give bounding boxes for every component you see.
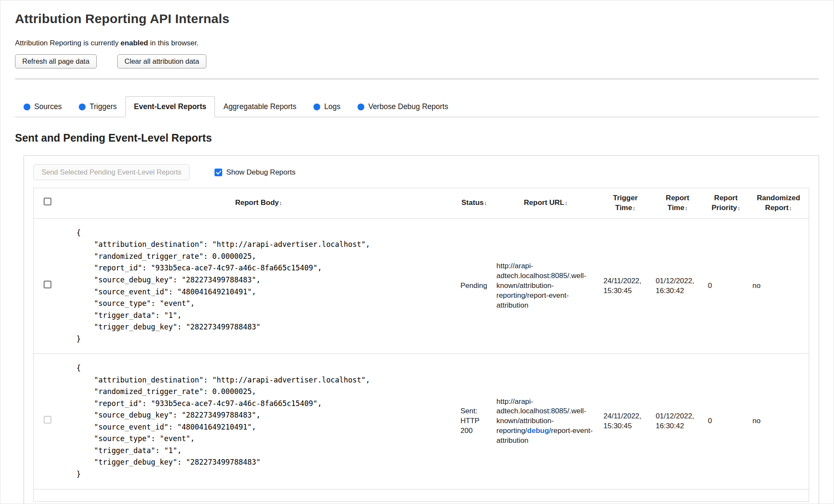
select-all-checkbox[interactable] — [44, 198, 51, 205]
tab-label: Logs — [324, 102, 340, 111]
header-report-time[interactable]: Report Time↕ — [652, 188, 704, 219]
report-time-cell: 01/12/2022, 16:30:42 — [652, 218, 704, 353]
section-heading: Sent and Pending Event-Level Reports — [15, 132, 819, 144]
report-priority-cell: 0 — [704, 354, 748, 489]
row-select-cell — [34, 218, 61, 353]
report-url-text: http://arapi-adtech.localhost:8085/.well… — [497, 262, 587, 309]
tab-event-level-reports[interactable]: Event-Level Reports — [125, 96, 215, 117]
report-body-cell: { "attribution_destination": "http://ara… — [61, 354, 456, 489]
sort-icon: ↕ — [685, 205, 688, 211]
tab-sources[interactable]: Sources — [15, 96, 70, 117]
status-text-suffix: in this browser. — [148, 39, 199, 47]
show-debug-reports-toggle[interactable]: Show Debug Reports — [214, 168, 296, 177]
send-selected-reports-button[interactable]: Send Selected Pending Event-Level Report… — [33, 164, 190, 180]
table-footer-strip — [34, 489, 809, 501]
sort-icon: ↕ — [789, 205, 792, 211]
logs-active-dot-icon — [313, 104, 320, 110]
report-url-cell: http://arapi-adtech.localhost:8085/.well… — [492, 218, 599, 353]
tab-label: Aggregatable Reports — [223, 102, 296, 111]
tab-triggers[interactable]: Triggers — [70, 96, 125, 117]
header-report-priority[interactable]: Report Priority↕ — [704, 188, 748, 219]
randomized-report-cell: no — [748, 354, 809, 489]
refresh-all-button[interactable]: Refresh all page data — [15, 54, 97, 68]
header-status[interactable]: Status↕ — [456, 188, 492, 219]
show-debug-label: Show Debug Reports — [226, 168, 296, 177]
status-enabled: enabled — [121, 39, 148, 47]
row-select-checkbox[interactable] — [44, 281, 51, 288]
status-cell: Pending — [456, 218, 492, 353]
row-select-cell — [34, 354, 61, 489]
report-body-json: { "attribution_destination": "http://ara… — [77, 362, 452, 480]
reports-table: Report Body↕ Status↕ Report URL↕ Trigger… — [33, 188, 809, 502]
randomized-report-cell: no — [748, 218, 809, 353]
panel-toolbar: Send Selected Pending Event-Level Report… — [33, 164, 809, 180]
sort-icon: ↕ — [738, 205, 741, 211]
tab-verbose-debug-reports[interactable]: Verbose Debug Reports — [349, 96, 457, 117]
report-body-cell: { "attribution_destination": "http://ara… — [61, 218, 456, 353]
tab-label: Triggers — [89, 102, 117, 111]
main: Attribution Reporting API Internals Attr… — [0, 0, 834, 504]
trigger-time-cell: 24/11/2022, 15:30:45 — [599, 354, 652, 489]
status-cell: Sent: HTTP 200 — [456, 354, 492, 489]
header-trigger-time[interactable]: Trigger Time↕ — [599, 188, 652, 219]
debug-link[interactable]: debug — [527, 427, 549, 435]
report-url-cell: http://arapi-adtech.localhost:8085/.well… — [492, 354, 599, 489]
page-title: Attribution Reporting API Internals — [15, 12, 819, 26]
reports-panel: Send Selected Pending Event-Level Report… — [24, 155, 819, 504]
row-select-checkbox-disabled — [44, 416, 51, 424]
sort-icon: ↕ — [632, 205, 635, 211]
tab-label: Event-Level Reports — [134, 102, 206, 111]
tab-label: Verbose Debug Reports — [368, 102, 448, 111]
verbose-debug-active-dot-icon — [357, 104, 364, 110]
show-debug-checkbox[interactable] — [214, 169, 222, 176]
tab-logs[interactable]: Logs — [305, 96, 349, 117]
divider — [15, 79, 819, 79]
status-text-prefix: Attribution Reporting is currently — [15, 39, 121, 47]
report-body-json: { "attribution_destination": "http://ara… — [77, 227, 452, 345]
sort-icon: ↕ — [565, 200, 568, 206]
header-report-url[interactable]: Report URL↕ — [492, 188, 599, 219]
trigger-time-cell: 24/11/2022, 15:30:45 — [599, 218, 652, 353]
sort-icon: ↕ — [279, 200, 282, 206]
sources-active-dot-icon — [24, 104, 30, 110]
status-line: Attribution Reporting is currently enabl… — [15, 39, 819, 47]
report-priority-cell: 0 — [704, 218, 748, 353]
clear-all-button[interactable]: Clear all attribution data — [117, 54, 206, 68]
report-time-cell: 01/12/2022, 16:30:42 — [652, 354, 704, 489]
header-report-body[interactable]: Report Body↕ — [61, 188, 456, 219]
triggers-active-dot-icon — [79, 104, 86, 110]
report-row: { "attribution_destination": "http://ara… — [34, 354, 809, 489]
header-randomized-report[interactable]: Randomized Report↕ — [748, 188, 809, 219]
sort-icon: ↕ — [484, 200, 487, 206]
tab-bar: Sources Triggers Event-Level Reports Agg… — [15, 96, 819, 117]
tab-label: Sources — [34, 102, 62, 111]
toolbar: Refresh all page data Clear all attribut… — [15, 54, 819, 68]
table-footer-row — [34, 489, 809, 501]
tab-aggregatable-reports[interactable]: Aggregatable Reports — [215, 96, 305, 117]
table-header-row: Report Body↕ Status↕ Report URL↕ Trigger… — [34, 188, 809, 219]
report-row: { "attribution_destination": "http://ara… — [34, 218, 809, 353]
header-select-all — [34, 188, 61, 219]
